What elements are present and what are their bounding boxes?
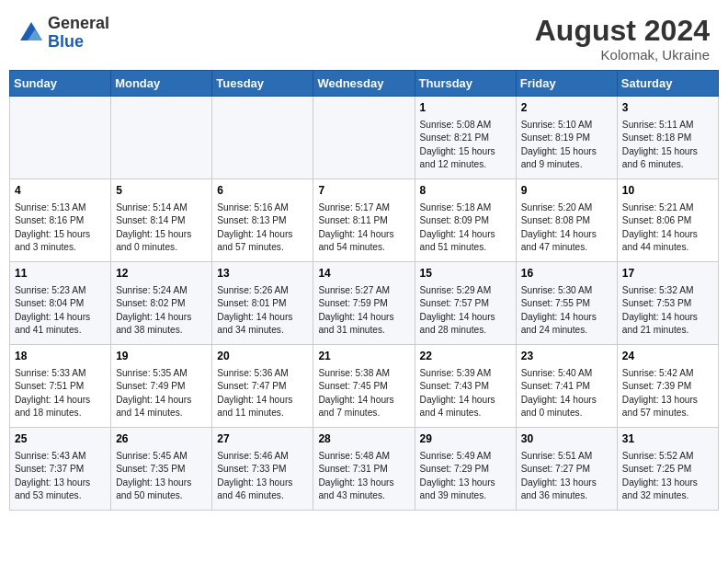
day-info: Sunrise: 5:13 AMSunset: 8:16 PMDaylight:… bbox=[15, 201, 106, 255]
logo-general: General bbox=[48, 15, 109, 33]
day-cell: 14Sunrise: 5:27 AMSunset: 7:59 PMDayligh… bbox=[313, 262, 415, 345]
logo-icon bbox=[18, 20, 44, 46]
day-cell: 3Sunrise: 5:11 AMSunset: 8:18 PMDaylight… bbox=[617, 97, 718, 179]
header-cell-saturday: Saturday bbox=[617, 71, 718, 97]
day-number: 12 bbox=[116, 266, 207, 282]
day-info: Sunrise: 5:29 AMSunset: 7:57 PMDaylight:… bbox=[420, 284, 511, 338]
day-info: Sunrise: 5:14 AMSunset: 8:14 PMDaylight:… bbox=[116, 201, 207, 255]
day-info: Sunrise: 5:20 AMSunset: 8:08 PMDaylight:… bbox=[521, 201, 612, 255]
day-cell: 30Sunrise: 5:51 AMSunset: 7:27 PMDayligh… bbox=[516, 428, 617, 511]
day-cell: 31Sunrise: 5:52 AMSunset: 7:25 PMDayligh… bbox=[617, 428, 718, 511]
header-cell-wednesday: Wednesday bbox=[313, 71, 415, 97]
day-info: Sunrise: 5:42 AMSunset: 7:39 PMDaylight:… bbox=[622, 367, 713, 420]
day-cell: 2Sunrise: 5:10 AMSunset: 8:19 PMDaylight… bbox=[516, 97, 617, 179]
day-cell: 7Sunrise: 5:17 AMSunset: 8:11 PMDaylight… bbox=[313, 179, 415, 262]
logo: General Blue bbox=[18, 15, 109, 52]
day-cell bbox=[10, 97, 111, 179]
day-number: 26 bbox=[116, 431, 207, 447]
day-cell: 17Sunrise: 5:32 AMSunset: 7:53 PMDayligh… bbox=[617, 262, 718, 345]
logo-blue-text: Blue bbox=[48, 33, 109, 52]
day-info: Sunrise: 5:30 AMSunset: 7:55 PMDaylight:… bbox=[521, 284, 612, 338]
day-info: Sunrise: 5:51 AMSunset: 7:27 PMDaylight:… bbox=[521, 450, 612, 503]
day-cell: 24Sunrise: 5:42 AMSunset: 7:39 PMDayligh… bbox=[617, 345, 718, 428]
week-row-3: 11Sunrise: 5:23 AMSunset: 8:04 PMDayligh… bbox=[10, 262, 719, 345]
header: General Blue August 2024 Kolomak, Ukrain… bbox=[0, 0, 728, 70]
day-info: Sunrise: 5:38 AMSunset: 7:45 PMDaylight:… bbox=[318, 367, 409, 420]
day-number: 16 bbox=[521, 266, 612, 282]
day-cell: 15Sunrise: 5:29 AMSunset: 7:57 PMDayligh… bbox=[415, 262, 516, 345]
day-info: Sunrise: 5:45 AMSunset: 7:35 PMDaylight:… bbox=[116, 450, 207, 503]
day-number: 28 bbox=[318, 431, 409, 447]
day-cell: 18Sunrise: 5:33 AMSunset: 7:51 PMDayligh… bbox=[10, 345, 111, 428]
day-cell: 10Sunrise: 5:21 AMSunset: 8:06 PMDayligh… bbox=[617, 179, 718, 262]
day-number: 7 bbox=[318, 183, 409, 199]
day-info: Sunrise: 5:36 AMSunset: 7:47 PMDaylight:… bbox=[217, 367, 308, 420]
week-row-4: 18Sunrise: 5:33 AMSunset: 7:51 PMDayligh… bbox=[10, 345, 719, 428]
day-cell: 11Sunrise: 5:23 AMSunset: 8:04 PMDayligh… bbox=[10, 262, 111, 345]
header-cell-sunday: Sunday bbox=[10, 71, 111, 97]
day-number: 5 bbox=[116, 183, 207, 199]
day-info: Sunrise: 5:26 AMSunset: 8:01 PMDaylight:… bbox=[217, 284, 308, 338]
day-cell: 19Sunrise: 5:35 AMSunset: 7:49 PMDayligh… bbox=[111, 345, 212, 428]
day-info: Sunrise: 5:40 AMSunset: 7:41 PMDaylight:… bbox=[521, 367, 612, 420]
day-cell: 22Sunrise: 5:39 AMSunset: 7:43 PMDayligh… bbox=[415, 345, 516, 428]
day-number: 10 bbox=[622, 183, 713, 199]
day-number: 11 bbox=[15, 266, 106, 282]
day-cell: 12Sunrise: 5:24 AMSunset: 8:02 PMDayligh… bbox=[111, 262, 212, 345]
day-number: 13 bbox=[217, 266, 308, 282]
day-cell: 6Sunrise: 5:16 AMSunset: 8:13 PMDaylight… bbox=[212, 179, 313, 262]
day-info: Sunrise: 5:17 AMSunset: 8:11 PMDaylight:… bbox=[318, 201, 409, 255]
month-year: August 2024 bbox=[535, 15, 710, 47]
day-number: 31 bbox=[622, 431, 713, 447]
day-cell bbox=[313, 97, 415, 179]
day-number: 1 bbox=[420, 100, 511, 116]
day-info: Sunrise: 5:39 AMSunset: 7:43 PMDaylight:… bbox=[420, 367, 511, 420]
day-cell: 28Sunrise: 5:48 AMSunset: 7:31 PMDayligh… bbox=[313, 428, 415, 511]
day-cell: 23Sunrise: 5:40 AMSunset: 7:41 PMDayligh… bbox=[516, 345, 617, 428]
day-info: Sunrise: 5:23 AMSunset: 8:04 PMDaylight:… bbox=[15, 284, 106, 338]
day-number: 19 bbox=[116, 349, 207, 364]
day-info: Sunrise: 5:48 AMSunset: 7:31 PMDaylight:… bbox=[318, 450, 409, 503]
header-cell-tuesday: Tuesday bbox=[212, 71, 313, 97]
day-info: Sunrise: 5:49 AMSunset: 7:29 PMDaylight:… bbox=[420, 450, 511, 503]
day-info: Sunrise: 5:18 AMSunset: 8:09 PMDaylight:… bbox=[420, 201, 511, 255]
day-info: Sunrise: 5:24 AMSunset: 8:02 PMDaylight:… bbox=[116, 284, 207, 338]
week-row-1: 1Sunrise: 5:08 AMSunset: 8:21 PMDaylight… bbox=[10, 97, 719, 179]
day-number: 23 bbox=[521, 349, 612, 364]
day-cell: 5Sunrise: 5:14 AMSunset: 8:14 PMDaylight… bbox=[111, 179, 212, 262]
header-cell-friday: Friday bbox=[516, 71, 617, 97]
day-number: 30 bbox=[521, 431, 612, 447]
day-number: 18 bbox=[15, 349, 106, 364]
day-info: Sunrise: 5:32 AMSunset: 7:53 PMDaylight:… bbox=[622, 284, 713, 338]
day-cell: 9Sunrise: 5:20 AMSunset: 8:08 PMDaylight… bbox=[516, 179, 617, 262]
calendar: SundayMondayTuesdayWednesdayThursdayFrid… bbox=[0, 70, 728, 563]
calendar-header: SundayMondayTuesdayWednesdayThursdayFrid… bbox=[10, 71, 719, 97]
calendar-table: SundayMondayTuesdayWednesdayThursdayFrid… bbox=[9, 70, 719, 511]
day-number: 25 bbox=[15, 431, 106, 447]
day-cell: 25Sunrise: 5:43 AMSunset: 7:37 PMDayligh… bbox=[10, 428, 111, 511]
day-number: 29 bbox=[420, 431, 511, 447]
day-cell: 4Sunrise: 5:13 AMSunset: 8:16 PMDaylight… bbox=[10, 179, 111, 262]
day-number: 20 bbox=[217, 349, 308, 364]
day-info: Sunrise: 5:43 AMSunset: 7:37 PMDaylight:… bbox=[15, 450, 106, 503]
day-number: 24 bbox=[622, 349, 713, 364]
day-info: Sunrise: 5:33 AMSunset: 7:51 PMDaylight:… bbox=[15, 367, 106, 420]
day-number: 14 bbox=[318, 266, 409, 282]
day-cell bbox=[212, 97, 313, 179]
day-number: 9 bbox=[521, 183, 612, 199]
day-cell bbox=[111, 97, 212, 179]
day-info: Sunrise: 5:27 AMSunset: 7:59 PMDaylight:… bbox=[318, 284, 409, 338]
header-cell-thursday: Thursday bbox=[415, 71, 516, 97]
day-cell: 29Sunrise: 5:49 AMSunset: 7:29 PMDayligh… bbox=[415, 428, 516, 511]
day-cell: 27Sunrise: 5:46 AMSunset: 7:33 PMDayligh… bbox=[212, 428, 313, 511]
day-cell: 16Sunrise: 5:30 AMSunset: 7:55 PMDayligh… bbox=[516, 262, 617, 345]
logo-text: General Blue bbox=[48, 15, 109, 52]
day-info: Sunrise: 5:08 AMSunset: 8:21 PMDaylight:… bbox=[420, 119, 511, 172]
day-number: 2 bbox=[521, 100, 612, 116]
day-number: 3 bbox=[622, 100, 713, 116]
day-info: Sunrise: 5:21 AMSunset: 8:06 PMDaylight:… bbox=[622, 201, 713, 255]
day-cell: 1Sunrise: 5:08 AMSunset: 8:21 PMDaylight… bbox=[415, 97, 516, 179]
day-info: Sunrise: 5:11 AMSunset: 8:18 PMDaylight:… bbox=[622, 119, 713, 172]
day-info: Sunrise: 5:46 AMSunset: 7:33 PMDaylight:… bbox=[217, 450, 308, 503]
week-row-5: 25Sunrise: 5:43 AMSunset: 7:37 PMDayligh… bbox=[10, 428, 719, 511]
